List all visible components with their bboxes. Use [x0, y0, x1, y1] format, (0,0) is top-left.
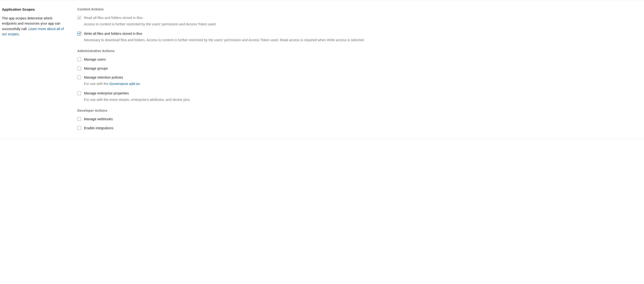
scope-retention-content: Manage retention policies For use with t…: [84, 75, 642, 87]
section-developer-actions: Developer Actions Manage webhooks Enable…: [77, 109, 642, 131]
checkbox-write-files[interactable]: [77, 32, 81, 35]
retention-desc-suffix: .: [140, 82, 140, 86]
scope-read-desc: Access to content is further restricted …: [84, 21, 642, 27]
governance-addon-link[interactable]: Governance add-on: [109, 82, 140, 86]
section-admin-actions: Administrative Actions Manage users Mana…: [77, 49, 642, 103]
scope-groups-label: Manage groups: [84, 66, 642, 71]
scope-manage-groups: Manage groups: [77, 66, 642, 71]
scope-read-content: Read all files and folders stored in Box…: [84, 15, 642, 27]
section-title-admin: Administrative Actions: [77, 49, 642, 53]
scope-enterprise-desc: For use with the event stream, enterpris…: [84, 97, 642, 102]
scope-manage-retention: Manage retention policies For use with t…: [77, 75, 642, 87]
scope-enterprise-content: Manage enterprise properties For use wit…: [84, 91, 642, 103]
checkbox-enable-integrations[interactable]: [77, 126, 81, 130]
section-title-developer: Developer Actions: [77, 109, 642, 112]
scope-retention-desc: For use with the Governance add-on.: [84, 81, 642, 86]
scope-integrations-label: Enable integrations: [84, 126, 642, 131]
checkbox-manage-retention[interactable]: [77, 76, 81, 79]
scope-enable-integrations: Enable integrations: [77, 126, 642, 131]
scope-write-files: Write all files and folders stored in Bo…: [77, 31, 642, 43]
checkbox-manage-users[interactable]: [77, 57, 81, 61]
scope-write-content: Write all files and folders stored in Bo…: [84, 31, 642, 43]
scopes-panel: Application Scopes The app scopes determ…: [0, 0, 644, 139]
scope-webhooks-content: Manage webhooks: [84, 117, 642, 121]
sidebar: Application Scopes The app scopes determ…: [2, 7, 68, 131]
sidebar-title: Application Scopes: [2, 7, 68, 11]
check-icon: [78, 17, 80, 19]
scope-manage-enterprise: Manage enterprise properties For use wit…: [77, 91, 642, 103]
scope-manage-users: Manage users: [77, 57, 642, 62]
checkbox-manage-enterprise[interactable]: [77, 91, 81, 95]
scope-integrations-content: Enable integrations: [84, 126, 642, 131]
scope-read-files: Read all files and folders stored in Box…: [77, 15, 642, 27]
scope-read-label: Read all files and folders stored in Box: [84, 15, 642, 20]
checkbox-manage-groups[interactable]: [77, 66, 81, 70]
section-content-actions: Content Actions Read all files and folde…: [77, 7, 642, 43]
scope-users-label: Manage users: [84, 57, 642, 62]
scope-write-label: Write all files and folders stored in Bo…: [84, 31, 642, 36]
scope-retention-label: Manage retention policies: [84, 75, 642, 80]
sidebar-description: The app scopes determine which endpoints…: [2, 16, 68, 37]
scope-users-content: Manage users: [84, 57, 642, 62]
scope-webhooks-label: Manage webhooks: [84, 117, 642, 121]
checkbox-manage-webhooks[interactable]: [77, 117, 81, 121]
scope-groups-content: Manage groups: [84, 66, 642, 71]
section-title-content: Content Actions: [77, 7, 642, 11]
checkbox-read-files: [77, 16, 81, 20]
scope-write-desc: Necessary to download files and folders.…: [84, 37, 642, 43]
scope-manage-webhooks: Manage webhooks: [77, 117, 642, 121]
retention-desc-prefix: For use with the: [84, 82, 109, 86]
main-content: Content Actions Read all files and folde…: [77, 7, 642, 131]
check-icon: [78, 32, 80, 34]
scope-enterprise-label: Manage enterprise properties: [84, 91, 642, 96]
